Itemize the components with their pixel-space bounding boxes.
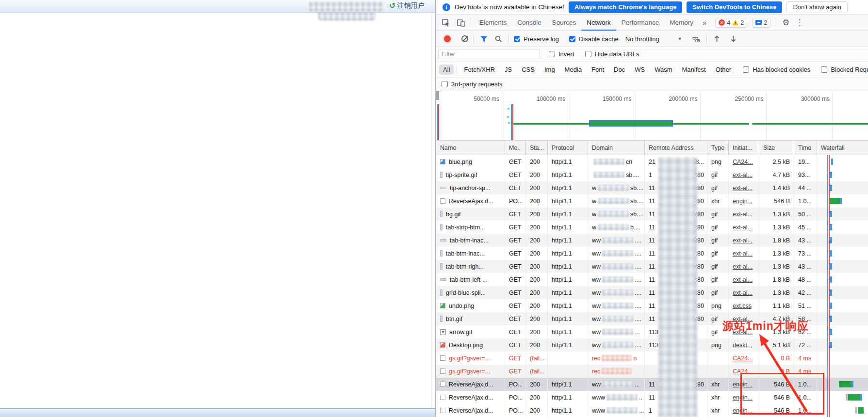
request-row-tab-strip-btm-[interactable]: tab-strip-btm...GET200http/1.1wb....118:… bbox=[436, 221, 868, 234]
switch-chinese-button[interactable]: Switch DevTools to Chinese bbox=[687, 1, 782, 13]
request-initiator-link[interactable]: engin... bbox=[733, 198, 753, 205]
invert-toggle[interactable]: Invert bbox=[549, 50, 574, 58]
request-initiator-link[interactable]: ext-al... bbox=[733, 224, 753, 231]
type-filter-font[interactable]: Font bbox=[588, 64, 608, 75]
inspect-element-icon[interactable] bbox=[441, 17, 451, 28]
network-conditions-icon[interactable] bbox=[691, 33, 702, 44]
match-language-button[interactable]: Always match Chrome's language bbox=[569, 1, 682, 13]
timeline-overview[interactable]: 50000 ms100000 ms150000 ms200000 ms25000… bbox=[436, 91, 868, 141]
export-har-icon[interactable] bbox=[728, 33, 739, 44]
third-party-checkbox[interactable] bbox=[442, 81, 448, 87]
type-filter-js[interactable]: JS bbox=[501, 64, 516, 75]
disable-cache-checkbox[interactable] bbox=[569, 36, 575, 42]
clear-button[interactable] bbox=[461, 35, 468, 42]
request-row-tab-btm-left-[interactable]: tab-btm-left-...GET200http/1.1ww....118:… bbox=[436, 273, 868, 286]
type-filter-css[interactable]: CSS bbox=[518, 64, 539, 75]
request-initiator-link[interactable]: deskt... bbox=[733, 342, 752, 349]
search-icon[interactable] bbox=[493, 33, 504, 44]
request-initiator-link[interactable]: ext-al... bbox=[733, 289, 753, 296]
type-filter-img[interactable]: Img bbox=[540, 64, 559, 75]
request-row-bg-gif[interactable]: bg.gifGET200http/1.1wsb....118:80gifext-… bbox=[436, 208, 868, 221]
request-initiator-link[interactable]: CA24... bbox=[733, 159, 753, 165]
device-toolbar-icon[interactable] bbox=[456, 17, 466, 28]
has-blocked-cookies-toggle[interactable]: Has blocked cookies bbox=[743, 66, 810, 73]
request-method: PO... bbox=[505, 404, 526, 417]
tab-console[interactable]: Console bbox=[512, 15, 547, 31]
more-tabs-chevron[interactable]: » bbox=[699, 18, 710, 27]
tab-sources[interactable]: Sources bbox=[547, 15, 582, 31]
logout-link[interactable]: ↺ 注销用户 bbox=[389, 1, 424, 10]
type-filter-doc[interactable]: Doc bbox=[610, 64, 629, 75]
type-filter-ws[interactable]: WS bbox=[631, 64, 649, 75]
request-row-tab-btm-inac-[interactable]: tab-btm-inac...GET200http/1.1ww....118:8… bbox=[436, 234, 868, 247]
type-filter-media[interactable]: Media bbox=[561, 64, 586, 75]
request-initiator-link[interactable]: ext.css bbox=[733, 303, 752, 309]
disable-cache-toggle[interactable]: Disable cache bbox=[569, 35, 619, 43]
column-header-sta-[interactable]: Sta... bbox=[526, 141, 548, 155]
type-filter-manifest[interactable]: Manifest bbox=[678, 64, 709, 75]
column-header-initiat-[interactable]: Initiat... bbox=[729, 141, 759, 155]
request-protocol: http/1.1 bbox=[548, 181, 588, 194]
request-initiator-link[interactable]: ext-al... bbox=[733, 211, 753, 218]
request-row-grid-blue-spli-[interactable]: grid-blue-spli...GET200http/1.1ww....118… bbox=[436, 286, 868, 299]
request-row-gs-gif-gsver-[interactable]: gs.gif?gsver=...GET(fail...recnCA24...0 … bbox=[436, 352, 868, 365]
column-header-time[interactable]: Time bbox=[794, 141, 817, 155]
invert-checkbox[interactable] bbox=[549, 51, 555, 57]
column-header-protocol[interactable]: Protocol bbox=[548, 141, 588, 155]
preserve-log-toggle[interactable]: Preserve log bbox=[514, 35, 559, 43]
request-row-tab-btm-righ-[interactable]: tab-btm-righ...GET200http/1.1ww....118:8… bbox=[436, 260, 868, 273]
request-row-tip-sprite-gif[interactable]: tip-sprite.gifGET200http/1.1sb....18:80g… bbox=[436, 168, 868, 181]
tab-memory[interactable]: Memory bbox=[664, 15, 699, 31]
request-domain: ww.... bbox=[588, 312, 645, 325]
column-header-name[interactable]: Name bbox=[436, 141, 505, 155]
type-filter-all[interactable]: All bbox=[439, 64, 454, 75]
column-header-domain[interactable]: Domain bbox=[588, 141, 645, 155]
column-header-remote-address[interactable]: Remote Address bbox=[645, 141, 707, 155]
type-filter-fetch-xhr[interactable]: Fetch/XHR bbox=[460, 64, 499, 75]
column-header-me-[interactable]: Me.. bbox=[505, 141, 526, 155]
record-button[interactable] bbox=[444, 35, 451, 42]
blocked-requests-checkbox[interactable] bbox=[821, 66, 827, 73]
request-initiator-link[interactable]: ext-al... bbox=[733, 172, 753, 178]
column-header-size[interactable]: Size bbox=[759, 141, 794, 155]
tab-performance[interactable]: Performance bbox=[616, 15, 664, 31]
request-row-Desktop-png[interactable]: Desktop.pngGET200http/1.1ww....113pngdes… bbox=[436, 338, 868, 352]
request-row-ReverseAjax-d-[interactable]: ReverseAjax.d...PO...200http/1.1wsb....1… bbox=[436, 194, 868, 208]
dismiss-banner-button[interactable]: Don't show again bbox=[786, 1, 847, 13]
throttling-select[interactable]: No throttling ▼ bbox=[625, 35, 682, 43]
kebab-menu-icon[interactable]: ⋮ bbox=[791, 17, 807, 28]
request-initiator-link[interactable]: ext-al... bbox=[733, 250, 753, 257]
issues-badge[interactable]: 2 bbox=[752, 18, 770, 28]
request-initiator-link[interactable]: ext-al... bbox=[733, 263, 753, 270]
request-row-tab-btm-inac-[interactable]: tab-btm-inac...GET200http/1.1ww....118:8… bbox=[436, 247, 868, 260]
request-row-undo-png[interactable]: undo.pngGET200http/1.1ww....118:80pngext… bbox=[436, 299, 868, 312]
filter-input[interactable] bbox=[438, 49, 540, 59]
type-filter-wasm[interactable]: Wasm bbox=[651, 64, 676, 75]
filter-funnel-icon[interactable] bbox=[478, 33, 489, 44]
request-initiator-link[interactable]: ext-al... bbox=[733, 237, 753, 244]
preserve-log-checkbox[interactable] bbox=[514, 36, 520, 42]
console-status-badge[interactable]: ✕ 4 2 bbox=[715, 18, 747, 28]
censored-domain bbox=[602, 329, 633, 335]
hide-data-urls-checkbox[interactable] bbox=[585, 51, 591, 57]
web-page: ↺ 注销用户 bbox=[0, 0, 435, 417]
import-har-icon[interactable] bbox=[712, 33, 722, 44]
request-row-tip-anchor-sp-[interactable]: tip-anchor-sp...GET200http/1.1wsb....118… bbox=[436, 181, 868, 194]
column-header-waterfall[interactable]: Waterfall bbox=[817, 141, 868, 155]
has-blocked-cookies-checkbox[interactable] bbox=[743, 66, 749, 73]
request-initiator-link[interactable]: ext-al... bbox=[733, 185, 753, 192]
tab-network[interactable]: Network bbox=[581, 15, 616, 31]
resource-icon-strip-h bbox=[440, 187, 446, 189]
request-name: arrow.gif bbox=[449, 329, 472, 336]
resource-icon-strip-v bbox=[440, 263, 442, 270]
third-party-toggle[interactable]: 3rd-party requests bbox=[442, 80, 503, 88]
hide-data-urls-toggle[interactable]: Hide data URLs bbox=[585, 50, 639, 58]
column-header-type[interactable]: Type bbox=[707, 141, 729, 155]
blocked-requests-toggle[interactable]: Blocked Requests bbox=[821, 66, 868, 73]
tab-elements[interactable]: Elements bbox=[474, 15, 512, 31]
overview-scrubber[interactable] bbox=[436, 91, 439, 100]
request-initiator-link[interactable]: ext-al... bbox=[733, 276, 753, 283]
type-filter-other[interactable]: Other bbox=[712, 64, 736, 75]
request-initiator-link[interactable]: CA24... bbox=[733, 355, 753, 362]
request-row-blue-png[interactable]: blue.pngGET200http/1.1cn2118...pngCA24..… bbox=[436, 155, 868, 168]
